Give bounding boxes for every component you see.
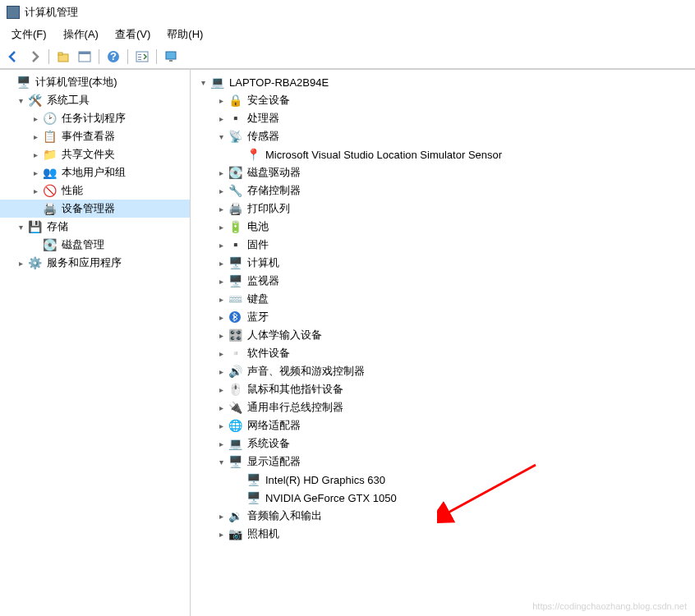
expander-icon[interactable]: ▸ xyxy=(30,185,41,196)
expander-icon[interactable]: ▸ xyxy=(215,528,227,540)
left-services-apps[interactable]: ▸ ⚙️ 服务和应用程序 xyxy=(0,254,190,272)
right-audio-inputs-outputs[interactable]: ▸ 🔉 音频输入和输出 xyxy=(191,507,695,525)
expander-icon[interactable]: ▸ xyxy=(215,311,227,323)
storage-ctrl-icon: 🔧 xyxy=(228,184,242,197)
left-performance[interactable]: ▸ 🚫 性能 xyxy=(0,182,190,200)
expander-icon[interactable]: ▸ xyxy=(215,384,227,395)
menu-file[interactable]: 文件(F) xyxy=(3,25,55,44)
battery-icon: 🔋 xyxy=(228,220,242,233)
svg-rect-11 xyxy=(169,60,173,62)
sensor-item-icon: 📍 xyxy=(246,148,260,161)
expander-icon[interactable]: ▸ xyxy=(215,402,227,413)
menu-action[interactable]: 操作(A) xyxy=(55,25,107,44)
expander-icon[interactable]: ▸ xyxy=(215,275,227,287)
left-disk-management[interactable]: 💽 磁盘管理 xyxy=(0,236,190,254)
titlebar: 计算机管理 xyxy=(0,0,695,25)
expander-icon[interactable]: ▸ xyxy=(30,113,41,124)
right-sound-video-game[interactable]: ▸ 🔊 声音、视频和游戏控制器 xyxy=(191,362,695,380)
event-icon: 📋 xyxy=(43,130,56,143)
tools-icon: 🛠️ xyxy=(28,94,41,107)
right-security-devices[interactable]: ▸ 🔒 安全设备 xyxy=(191,91,695,109)
pc-icon: 💻 xyxy=(210,76,223,89)
expander-icon[interactable]: ▾ xyxy=(15,221,26,232)
right-network-adapters[interactable]: ▸ 🌐 网络适配器 xyxy=(191,416,695,434)
right-sensors[interactable]: ▾ 📡 传感器 xyxy=(191,127,695,145)
expander-icon[interactable]: ▸ xyxy=(215,438,227,449)
expander-icon[interactable]: ▸ xyxy=(215,510,227,522)
help-button[interactable]: ? xyxy=(104,47,123,67)
expander-icon[interactable]: ▾ xyxy=(215,131,227,142)
window-title: 计算机管理 xyxy=(25,5,78,20)
expander-icon[interactable]: ▸ xyxy=(215,239,227,251)
right-cameras[interactable]: ▸ 📷 照相机 xyxy=(191,525,695,543)
right-gpu-intel[interactable]: 🖥️ Intel(R) HD Graphics 630 xyxy=(191,471,695,489)
right-batteries[interactable]: ▸ 🔋 电池 xyxy=(191,218,695,236)
computer-icon: 🖥️ xyxy=(228,256,242,269)
monitor-button[interactable] xyxy=(161,47,181,67)
expander-icon[interactable]: ▸ xyxy=(215,167,227,178)
right-print-queues[interactable]: ▸ 🖨️ 打印队列 xyxy=(191,200,695,218)
folder-icon: 📁 xyxy=(43,148,56,161)
expander-icon[interactable]: ▸ xyxy=(215,329,227,341)
right-usb-controllers[interactable]: ▸ 🔌 通用串行总线控制器 xyxy=(191,398,695,416)
right-disk-drives[interactable]: ▸ 💽 磁盘驱动器 xyxy=(191,163,695,182)
monitor-icon: 🖥️ xyxy=(228,274,242,287)
expander-icon[interactable]: ▸ xyxy=(30,131,41,142)
right-hid[interactable]: ▸ 🎛️ 人体学输入设备 xyxy=(191,326,695,344)
menu-view[interactable]: 查看(V) xyxy=(107,25,159,44)
view-button[interactable] xyxy=(75,47,94,67)
expander-icon[interactable]: ▸ xyxy=(215,94,227,106)
left-system-tools[interactable]: ▾ 🛠️ 系统工具 xyxy=(0,91,190,109)
left-task-scheduler[interactable]: ▸ 🕑 任务计划程序 xyxy=(0,109,190,127)
expander-icon[interactable]: ▸ xyxy=(215,420,227,431)
back-button[interactable] xyxy=(3,47,23,67)
right-root-computer[interactable]: ▾ 💻 LAPTOP-RBA2B94E xyxy=(191,73,695,91)
expander-icon[interactable]: ▸ xyxy=(30,167,41,178)
expander-icon[interactable]: ▾ xyxy=(15,94,26,106)
right-software-devices[interactable]: ▸ ▫️ 软件设备 xyxy=(191,344,695,362)
expander-icon[interactable]: ▸ xyxy=(30,149,41,160)
expander-icon[interactable]: ▸ xyxy=(215,293,227,305)
svg-text:?: ? xyxy=(110,50,117,62)
list-button[interactable] xyxy=(132,47,152,67)
left-shared-folders[interactable]: ▸ 📁 共享文件夹 xyxy=(0,145,190,163)
expander-icon[interactable]: ▸ xyxy=(215,347,227,359)
left-device-manager[interactable]: 🖨️ 设备管理器 xyxy=(0,200,190,218)
right-processors[interactable]: ▸ ▪️ 处理器 xyxy=(191,109,695,127)
right-mice[interactable]: ▸ 🖱️ 鼠标和其他指针设备 xyxy=(191,380,695,398)
right-storage-controllers[interactable]: ▸ 🔧 存储控制器 xyxy=(191,182,695,200)
svg-rect-3 xyxy=(79,52,90,54)
expander-icon[interactable]: ▸ xyxy=(215,257,227,269)
menu-help[interactable]: 帮助(H) xyxy=(159,25,211,44)
right-computer[interactable]: ▸ 🖥️ 计算机 xyxy=(191,254,695,272)
right-pane: ▾ 💻 LAPTOP-RBA2B94E ▸ 🔒 安全设备 ▸ ▪️ 处理器 ▾ … xyxy=(191,70,695,616)
expander-icon[interactable]: ▸ xyxy=(215,185,227,196)
expander-icon[interactable]: ▸ xyxy=(215,221,227,232)
expander-icon[interactable]: ▸ xyxy=(215,113,227,124)
left-root[interactable]: 🖥️ 计算机管理(本地) xyxy=(0,73,190,91)
right-gpu-nvidia[interactable]: 🖥️ NVIDIA GeForce GTX 1050 xyxy=(191,489,695,507)
right-firmware[interactable]: ▸ ▪️ 固件 xyxy=(191,236,695,254)
left-event-viewer[interactable]: ▸ 📋 事件查看器 xyxy=(0,127,190,145)
usb-icon: 🔌 xyxy=(228,401,242,414)
menubar: 文件(F) 操作(A) 查看(V) 帮助(H) xyxy=(0,25,695,44)
expander-icon[interactable]: ▸ xyxy=(215,203,227,214)
left-storage[interactable]: ▾ 💾 存储 xyxy=(0,218,190,236)
right-display-adapters[interactable]: ▾ 🖥️ 显示适配器 xyxy=(191,453,695,471)
right-system-devices[interactable]: ▸ 💻 系统设备 xyxy=(191,434,695,453)
right-bluetooth[interactable]: ▸ 蓝牙 xyxy=(191,308,695,326)
expander-icon[interactable]: ▾ xyxy=(197,76,209,88)
expander-icon[interactable]: ▸ xyxy=(215,365,227,377)
disk-icon: 💽 xyxy=(43,238,56,251)
right-sensor-item[interactable]: 📍 Microsoft Visual Studio Location Simul… xyxy=(191,145,695,163)
right-keyboards[interactable]: ▸ ⌨️ 键盘 xyxy=(191,290,695,308)
right-monitors[interactable]: ▸ 🖥️ 监视器 xyxy=(191,272,695,290)
svg-rect-9 xyxy=(138,59,141,60)
expander-icon[interactable]: ▸ xyxy=(15,257,26,269)
svg-rect-7 xyxy=(138,54,141,55)
forward-button[interactable] xyxy=(25,47,44,67)
left-local-users[interactable]: ▸ 👥 本地用户和组 xyxy=(0,163,190,182)
keyboard-icon: ⌨️ xyxy=(228,292,242,306)
up-button[interactable] xyxy=(53,47,73,67)
expander-icon[interactable]: ▾ xyxy=(215,456,227,467)
